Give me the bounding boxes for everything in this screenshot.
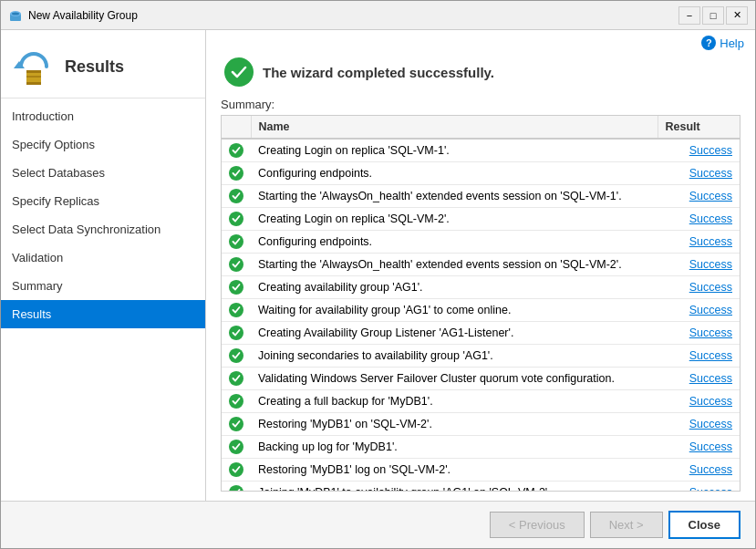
- col-icon-header: [222, 116, 251, 139]
- help-label: Help: [720, 36, 744, 50]
- main-body: The wizard completed successfully. Summa…: [206, 50, 755, 501]
- results-tbody: Creating Login on replica 'SQL-VM-1'.Suc…: [222, 139, 740, 492]
- close-button-footer[interactable]: Close: [668, 511, 740, 539]
- row-result[interactable]: Success: [658, 231, 740, 254]
- content-area: Results Introduction Specify Options Sel…: [1, 30, 755, 501]
- row-success-icon: [229, 440, 243, 454]
- row-success-icon: [229, 166, 243, 181]
- row-success-icon: [229, 371, 243, 386]
- row-name: Creating Login on replica 'SQL-VM-1'.: [251, 139, 658, 162]
- row-status-icon-cell: [222, 231, 251, 254]
- svg-rect-6: [26, 82, 41, 85]
- row-status-icon-cell: [222, 276, 251, 299]
- row-status-icon-cell: [222, 390, 251, 413]
- row-status-icon-cell: [222, 185, 251, 208]
- row-status-icon-cell: [222, 162, 251, 185]
- row-result[interactable]: Success: [658, 345, 740, 368]
- row-success-icon: [229, 189, 243, 203]
- row-result[interactable]: Success: [658, 162, 740, 185]
- table-row: Configuring endpoints.Success: [222, 231, 740, 254]
- footer: < Previous Next > Close: [1, 501, 755, 548]
- row-name: Configuring endpoints.: [251, 162, 658, 185]
- window-title: New Availability Group: [28, 9, 678, 22]
- table-row: Creating availability group 'AG1'.Succes…: [222, 276, 740, 299]
- sidebar-item-summary[interactable]: Summary: [1, 272, 205, 300]
- row-result[interactable]: Success: [658, 436, 740, 459]
- table-row: Creating a full backup for 'MyDB1'.Succe…: [222, 390, 740, 413]
- sidebar-item-validation[interactable]: Validation: [1, 243, 205, 272]
- row-result[interactable]: Success: [658, 390, 740, 413]
- sidebar-header: Results: [1, 30, 205, 98]
- success-banner: The wizard completed successfully.: [221, 57, 740, 87]
- row-success-icon: [229, 143, 243, 158]
- maximize-button[interactable]: □: [702, 6, 724, 25]
- row-status-icon-cell: [222, 436, 251, 459]
- table-row: Creating Login on replica 'SQL-VM-2'.Suc…: [222, 208, 740, 231]
- row-success-icon: [229, 280, 243, 295]
- row-result[interactable]: Success: [658, 322, 740, 345]
- sidebar-item-specify-options[interactable]: Specify Options: [1, 130, 205, 159]
- sidebar-item-select-databases[interactable]: Select Databases: [1, 159, 205, 187]
- row-result[interactable]: Success: [658, 482, 740, 492]
- row-status-icon-cell: [222, 345, 251, 368]
- row-result[interactable]: Success: [658, 185, 740, 208]
- row-result[interactable]: Success: [658, 208, 740, 231]
- sidebar-item-results[interactable]: Results: [1, 300, 205, 328]
- row-status-icon-cell: [222, 208, 251, 231]
- help-link[interactable]: ? Help: [701, 36, 744, 50]
- table-row: Restoring 'MyDB1' log on 'SQL-VM-2'.Succ…: [222, 459, 740, 482]
- close-button[interactable]: ✕: [726, 6, 748, 25]
- row-status-icon-cell: [222, 482, 251, 492]
- row-name: Backing up log for 'MyDB1'.: [251, 436, 658, 459]
- table-row: Joining secondaries to availability grou…: [222, 345, 740, 368]
- row-status-icon-cell: [222, 459, 251, 482]
- sidebar-nav: Introduction Specify Options Select Data…: [1, 98, 205, 501]
- row-result[interactable]: Success: [658, 413, 740, 436]
- table-row: Creating Availability Group Listener 'AG…: [222, 322, 740, 345]
- row-result[interactable]: Success: [658, 299, 740, 322]
- success-message: The wizard completed successfully.: [263, 65, 494, 80]
- row-name: Joining 'MyDB1' to availability group 'A…: [251, 482, 658, 492]
- row-status-icon-cell: [222, 254, 251, 276]
- table-row: Joining 'MyDB1' to availability group 'A…: [222, 482, 740, 492]
- minimize-button[interactable]: −: [678, 6, 700, 25]
- sidebar: Results Introduction Specify Options Sel…: [1, 30, 206, 501]
- main-content: ? Help The wizard completed successfully…: [206, 30, 755, 501]
- row-result[interactable]: Success: [658, 368, 740, 390]
- row-result[interactable]: Success: [658, 459, 740, 482]
- sidebar-item-select-data-sync[interactable]: Select Data Synchronization: [1, 215, 205, 243]
- row-result[interactable]: Success: [658, 139, 740, 162]
- table-header-row: Name Result: [222, 116, 740, 139]
- previous-button[interactable]: < Previous: [490, 512, 585, 538]
- row-name: Creating Login on replica 'SQL-VM-2'.: [251, 208, 658, 231]
- table-row: Starting the 'AlwaysOn_health' extended …: [222, 185, 740, 208]
- row-name: Validating Windows Server Failover Clust…: [251, 368, 658, 390]
- row-result[interactable]: Success: [658, 254, 740, 276]
- row-success-icon: [229, 485, 243, 492]
- sidebar-title: Results: [65, 57, 124, 77]
- row-result[interactable]: Success: [658, 276, 740, 299]
- results-table-container[interactable]: Name Result Creating Login on replica 'S…: [221, 115, 740, 492]
- barrel-icon: [12, 45, 56, 88]
- table-row: Starting the 'AlwaysOn_health' extended …: [222, 254, 740, 276]
- row-success-icon: [229, 417, 243, 431]
- sidebar-item-specify-replicas[interactable]: Specify Replicas: [1, 187, 205, 215]
- next-button[interactable]: Next >: [590, 512, 663, 538]
- row-status-icon-cell: [222, 299, 251, 322]
- row-name: Restoring 'MyDB1' on 'SQL-VM-2'.: [251, 413, 658, 436]
- row-status-icon-cell: [222, 139, 251, 162]
- col-result-header: Result: [658, 116, 740, 139]
- row-status-icon-cell: [222, 322, 251, 345]
- row-success-icon: [229, 303, 243, 317]
- row-success-icon: [229, 212, 243, 226]
- row-name: Creating Availability Group Listener 'AG…: [251, 322, 658, 345]
- row-name: Creating a full backup for 'MyDB1'.: [251, 390, 658, 413]
- row-name: Starting the 'AlwaysOn_health' extended …: [251, 254, 658, 276]
- results-table: Name Result Creating Login on replica 'S…: [222, 116, 740, 492]
- row-name: Creating availability group 'AG1'.: [251, 276, 658, 299]
- main-header: ? Help: [206, 30, 755, 50]
- sidebar-item-introduction[interactable]: Introduction: [1, 102, 205, 130]
- table-row: Waiting for availability group 'AG1' to …: [222, 299, 740, 322]
- table-row: Validating Windows Server Failover Clust…: [222, 368, 740, 390]
- title-bar: New Availability Group − □ ✕: [1, 1, 755, 30]
